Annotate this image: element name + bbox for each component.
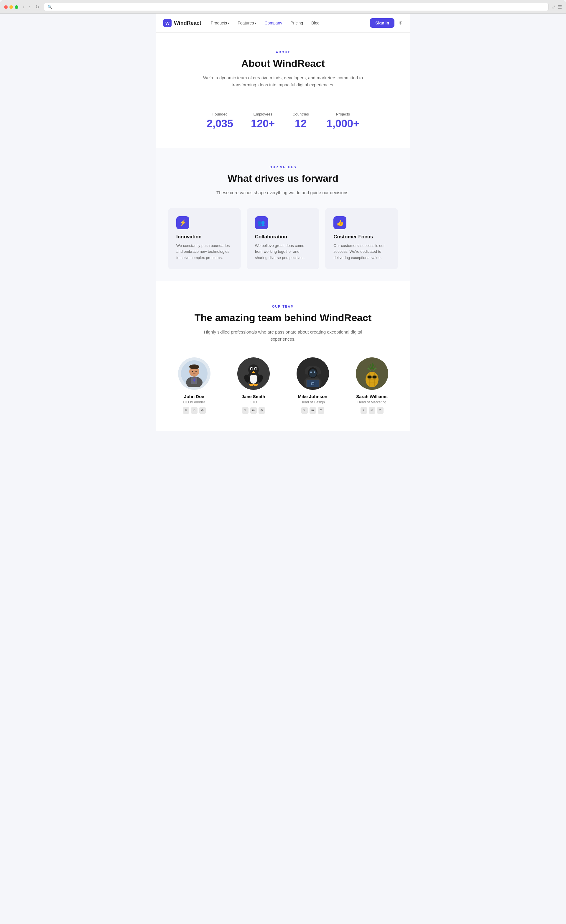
member-name-john: John Doe bbox=[168, 394, 220, 399]
linkedin-icon-mike[interactable]: in bbox=[309, 407, 316, 414]
member-role-john: CEO/Founder bbox=[168, 400, 220, 404]
avatar-jane bbox=[237, 357, 270, 390]
social-links-mike: 𝕏 in ⊙ bbox=[287, 407, 339, 414]
reload-button[interactable]: ↻ bbox=[34, 3, 41, 10]
browser-navigation: ‹ › ↻ bbox=[21, 3, 41, 10]
browser-action-buttons: ⤢ ☰ bbox=[551, 4, 562, 10]
maximize-dot[interactable] bbox=[15, 5, 18, 9]
svg-rect-43 bbox=[372, 376, 377, 378]
svg-point-15 bbox=[255, 368, 257, 370]
stat-countries-label: Countries bbox=[293, 112, 309, 116]
collaboration-icon: 👥 bbox=[255, 216, 268, 229]
about-section: ABOUT About WindReact We're a dynamic te… bbox=[156, 33, 410, 106]
customer-title: Customer Focus bbox=[333, 234, 390, 240]
menu-button[interactable]: ☰ bbox=[558, 4, 562, 10]
nav-links: Products ▾ Features ▾ Company Pricing Bl… bbox=[207, 19, 364, 27]
about-description: We're a dynamic team of creative minds, … bbox=[200, 74, 366, 88]
team-card-john: John Doe CEO/Founder 𝕏 in ⊙ bbox=[168, 357, 220, 414]
svg-point-7 bbox=[195, 370, 197, 372]
stats-row: Founded 2,035 Employees 120+ Countries 1… bbox=[156, 106, 410, 148]
linkedin-icon-sarah[interactable]: in bbox=[369, 407, 375, 414]
minimize-dot[interactable] bbox=[9, 5, 13, 9]
customer-desc: Our customers' success is our success. W… bbox=[333, 243, 390, 261]
member-name-jane: Jane Smith bbox=[227, 394, 279, 399]
svg-point-26 bbox=[309, 369, 317, 377]
values-section: OUR VALUES What drives us forward These … bbox=[156, 148, 410, 281]
browser-frame: ‹ › ↻ 🔍 ⤢ ☰ bbox=[0, 0, 566, 14]
svg-point-10 bbox=[250, 374, 257, 384]
twitter-icon-mike[interactable]: 𝕏 bbox=[301, 407, 308, 414]
address-bar[interactable]: 🔍 bbox=[44, 3, 549, 11]
nav-company[interactable]: Company bbox=[261, 19, 286, 27]
forward-button[interactable]: › bbox=[27, 4, 32, 10]
team-card-jane: Jane Smith CTO 𝕏 in ⊙ bbox=[227, 357, 279, 414]
team-card-mike: Mike Johnson Head of Design 𝕏 in ⊙ bbox=[287, 357, 339, 414]
svg-rect-31 bbox=[306, 380, 319, 387]
svg-point-21 bbox=[249, 384, 254, 386]
member-role-mike: Head of Design bbox=[287, 400, 339, 404]
github-icon-jane[interactable]: ⊙ bbox=[258, 407, 265, 414]
collaboration-desc: We believe great ideas come from working… bbox=[255, 243, 311, 261]
member-name-sarah: Sarah Williams bbox=[346, 394, 398, 399]
nav-products[interactable]: Products ▾ bbox=[207, 19, 233, 27]
team-label: OUR TEAM bbox=[168, 304, 398, 308]
svg-point-14 bbox=[251, 368, 253, 370]
twitter-icon-jane[interactable]: 𝕏 bbox=[242, 407, 249, 414]
linkedin-icon-jane[interactable]: in bbox=[250, 407, 257, 414]
about-label: ABOUT bbox=[168, 50, 398, 54]
values-label: OUR VALUES bbox=[168, 165, 398, 169]
team-card-sarah: Sarah Williams Head of Marketing 𝕏 in ⊙ bbox=[346, 357, 398, 414]
logo-icon: W bbox=[163, 19, 171, 27]
stat-employees-label: Employees bbox=[251, 112, 275, 116]
github-icon-john[interactable]: ⊙ bbox=[199, 407, 206, 414]
stat-founded-value: 2,035 bbox=[207, 118, 233, 130]
stat-projects-label: Projects bbox=[327, 112, 359, 116]
nav-blog[interactable]: Blog bbox=[308, 19, 323, 27]
stat-projects-value: 1,000+ bbox=[327, 118, 359, 130]
linkedin-icon-john[interactable]: in bbox=[191, 407, 198, 414]
window-controls bbox=[4, 5, 18, 9]
team-title: The amazing team behind WindReact bbox=[168, 312, 398, 324]
value-card-customer: 👍 Customer Focus Our customers' success … bbox=[325, 208, 398, 269]
github-icon-mike[interactable]: ⊙ bbox=[318, 407, 324, 414]
svg-point-5 bbox=[189, 364, 199, 369]
theme-toggle-button[interactable]: ☀ bbox=[398, 20, 403, 26]
twitter-icon-john[interactable]: 𝕏 bbox=[183, 407, 189, 414]
social-links-sarah: 𝕏 in ⊙ bbox=[346, 407, 398, 414]
nav-pricing[interactable]: Pricing bbox=[287, 19, 306, 27]
values-description: These core values shape everything we do… bbox=[200, 189, 366, 196]
expand-button[interactable]: ⤢ bbox=[551, 4, 555, 10]
member-role-sarah: Head of Marketing bbox=[346, 400, 398, 404]
about-title: About WindReact bbox=[168, 57, 398, 69]
twitter-icon-sarah[interactable]: 𝕏 bbox=[360, 407, 367, 414]
member-name-mike: Mike Johnson bbox=[287, 394, 339, 399]
stat-countries-value: 12 bbox=[293, 118, 309, 130]
social-links-jane: 𝕏 in ⊙ bbox=[227, 407, 279, 414]
search-icon: 🔍 bbox=[48, 5, 52, 9]
svg-point-22 bbox=[253, 384, 258, 386]
member-role-jane: CTO bbox=[227, 400, 279, 404]
chevron-down-icon: ▾ bbox=[228, 21, 229, 25]
signin-button[interactable]: Sign In bbox=[370, 18, 395, 28]
nav-features[interactable]: Features ▾ bbox=[234, 19, 260, 27]
value-card-collaboration: 👥 Collaboration We believe great ideas c… bbox=[247, 208, 320, 269]
close-dot[interactable] bbox=[4, 5, 8, 9]
avatar-mike bbox=[297, 357, 329, 390]
svg-rect-42 bbox=[368, 376, 371, 378]
collaboration-title: Collaboration bbox=[255, 234, 311, 240]
svg-point-16 bbox=[252, 368, 252, 369]
team-cards: John Doe CEO/Founder 𝕏 in ⊙ bbox=[168, 357, 398, 414]
svg-point-17 bbox=[256, 368, 257, 369]
back-button[interactable]: ‹ bbox=[21, 4, 26, 10]
website-container: W WindReact Products ▾ Features ▾ Compan… bbox=[156, 14, 410, 431]
chevron-down-icon: ▾ bbox=[255, 21, 256, 25]
github-icon-sarah[interactable]: ⊙ bbox=[377, 407, 384, 414]
svg-point-6 bbox=[192, 370, 193, 372]
stat-employees-value: 120+ bbox=[251, 118, 275, 130]
nav-right: Sign In ☀ bbox=[370, 18, 403, 28]
stat-employees: Employees 120+ bbox=[251, 112, 275, 130]
customer-icon: 👍 bbox=[333, 216, 346, 229]
avatar-john bbox=[178, 357, 210, 390]
logo-link[interactable]: W WindReact bbox=[163, 19, 201, 27]
stat-founded: Founded 2,035 bbox=[207, 112, 233, 130]
